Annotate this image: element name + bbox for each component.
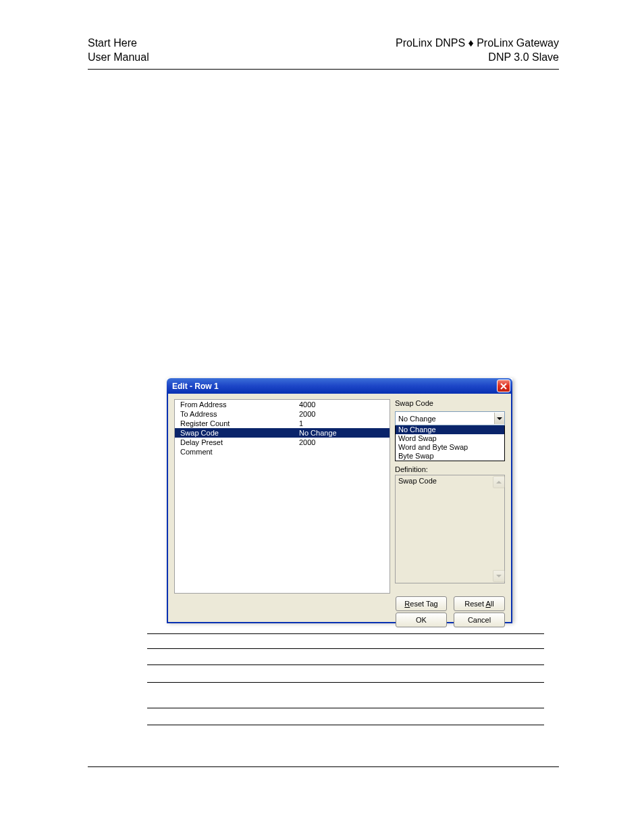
dropdown-option[interactable]: Word Swap — [396, 434, 504, 443]
divider — [147, 664, 544, 665]
header-left-line1: Start Here — [88, 36, 149, 51]
header-right-line1: ProLinx DNPS ♦ ProLinx Gateway — [396, 36, 559, 51]
property-value: 4000 — [299, 400, 390, 409]
divider — [147, 633, 544, 634]
button-row-2: OK Cancel — [396, 613, 505, 627]
scrollbar[interactable] — [493, 476, 504, 582]
edit-dialog: Edit - Row 1 From Address 4000 To Addres… — [167, 378, 512, 622]
header-right-line2: DNP 3.0 Slave — [396, 51, 559, 65]
reset-all-button[interactable]: Reset All — [454, 596, 505, 611]
header-rule — [88, 69, 559, 70]
divider — [147, 682, 544, 683]
property-value: 2000 — [299, 438, 390, 447]
definition-text: Swap Code — [398, 477, 437, 485]
property-list[interactable]: From Address 4000 To Address 2000 Regist… — [174, 399, 390, 594]
property-row[interactable]: Delay Preset 2000 — [175, 438, 390, 447]
property-row[interactable]: Register Count 1 — [175, 419, 390, 428]
dialog-titlebar[interactable]: Edit - Row 1 — [167, 378, 512, 394]
property-row-selected[interactable]: Swap Code No Change — [175, 428, 390, 438]
property-label: To Address — [175, 409, 299, 419]
reset-tag-button[interactable]: Reset Tag — [396, 596, 447, 611]
chevron-down-icon[interactable] — [494, 413, 504, 424]
dropdown-option[interactable]: Byte Swap — [396, 452, 504, 461]
property-value — [299, 447, 390, 457]
property-label: From Address — [175, 400, 299, 409]
dropdown-option[interactable]: Word and Byte Swap — [396, 443, 504, 452]
property-row[interactable]: Comment — [175, 447, 390, 457]
property-value: 1 — [299, 419, 390, 428]
definition-box: Swap Code — [395, 475, 505, 583]
right-panel: Swap Code No Change Word Swap Word and B… — [395, 399, 505, 583]
header-left-line2: User Manual — [88, 51, 149, 65]
divider — [147, 648, 544, 649]
swap-code-combo[interactable] — [395, 411, 505, 425]
property-row[interactable]: From Address 4000 — [175, 400, 390, 409]
property-label: Register Count — [175, 419, 299, 428]
scroll-up-icon[interactable] — [493, 476, 505, 488]
property-value: 2000 — [299, 409, 390, 419]
close-icon[interactable] — [497, 380, 510, 392]
swap-code-dropdown[interactable]: No Change Word Swap Word and Byte Swap B… — [395, 425, 505, 461]
dropdown-option[interactable]: No Change — [396, 425, 504, 434]
swap-code-input[interactable] — [396, 415, 494, 423]
property-row[interactable]: To Address 2000 — [175, 409, 390, 419]
dialog-title: Edit - Row 1 — [172, 382, 219, 391]
property-label: Comment — [175, 447, 299, 457]
ok-button[interactable]: OK — [396, 613, 447, 627]
divider — [147, 708, 544, 708]
scroll-down-icon[interactable] — [493, 570, 505, 582]
header-left: Start Here User Manual — [88, 36, 149, 65]
definition-label: Definition: — [395, 465, 505, 473]
header-right: ProLinx DNPS ♦ ProLinx Gateway DNP 3.0 S… — [396, 36, 559, 65]
button-row-1: Reset Tag Reset All — [396, 596, 505, 611]
cancel-button[interactable]: Cancel — [454, 613, 505, 627]
field-label: Swap Code — [395, 399, 505, 407]
footer-rule — [88, 766, 559, 767]
property-label: Delay Preset — [175, 438, 299, 447]
divider — [147, 725, 544, 725]
property-label: Swap Code — [175, 428, 299, 438]
property-value: No Change — [299, 428, 390, 438]
page-header: Start Here User Manual ProLinx DNPS ♦ Pr… — [88, 36, 559, 65]
dialog-body: From Address 4000 To Address 2000 Regist… — [167, 394, 512, 623]
